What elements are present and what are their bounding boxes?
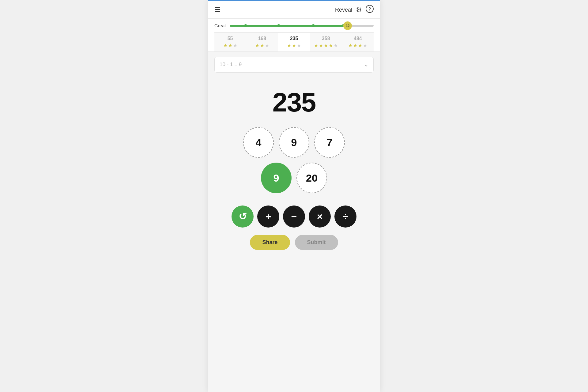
- progress-track: 12: [230, 25, 374, 27]
- number-value-9a: 9: [291, 137, 297, 149]
- header: ☰ Reveal ⚙ ?: [208, 1, 380, 19]
- star-0-2: ★: [233, 43, 237, 48]
- star-3-2: ★: [324, 43, 328, 48]
- score-tab-4[interactable]: 484 ★ ★ ★ ★: [342, 33, 374, 51]
- score-num-3: 358: [322, 36, 330, 41]
- multiply-button[interactable]: ×: [309, 205, 331, 228]
- operator-row: ↺ + − × ÷: [208, 199, 380, 232]
- divide-button[interactable]: ÷: [334, 205, 356, 228]
- progress-label: Great: [214, 23, 226, 28]
- star-3-1: ★: [319, 43, 323, 48]
- score-tab-3[interactable]: 358 ★ ★ ★ ★ ★: [310, 33, 342, 51]
- progress-star-value: 12: [346, 24, 349, 28]
- star-2-2: ★: [297, 43, 301, 48]
- number-circle-4[interactable]: 4: [243, 127, 274, 158]
- action-row: Share Submit: [208, 232, 380, 259]
- score-num-0: 55: [228, 36, 233, 41]
- number-circle-9b[interactable]: 9: [261, 163, 292, 193]
- star-0-0: ★: [223, 43, 228, 48]
- star-1-1: ★: [260, 43, 264, 48]
- stars-2: ★ ★ ★: [287, 43, 301, 48]
- progress-dot-1: [244, 24, 247, 27]
- star-0-1: ★: [228, 43, 232, 48]
- star-3-3: ★: [329, 43, 333, 48]
- stars-3: ★ ★ ★ ★ ★: [314, 43, 338, 48]
- equation-dropdown[interactable]: 10 - 1 = 9 ⌄: [214, 57, 374, 73]
- grid-row-1: 4 9 7: [243, 127, 345, 158]
- star-3-4: ★: [334, 43, 338, 48]
- number-value-4: 4: [256, 137, 262, 149]
- progress-row: Great 12: [214, 23, 374, 28]
- score-tabs: 55 ★ ★ ★ 168 ★ ★ ★ 235 ★: [214, 32, 374, 51]
- hamburger-icon[interactable]: ☰: [214, 6, 221, 14]
- score-num-4: 484: [354, 36, 362, 41]
- progress-fill: [230, 25, 348, 27]
- target-section: 235: [208, 77, 380, 124]
- star-4-1: ★: [353, 43, 357, 48]
- undo-button[interactable]: ↺: [232, 205, 254, 228]
- progress-dot-3: [312, 24, 315, 27]
- number-value-9b: 9: [273, 172, 279, 184]
- star-4-0: ★: [348, 43, 352, 48]
- grid-row-2: 9 20: [261, 163, 327, 193]
- progress-star-marker: 12: [343, 21, 352, 30]
- app-container: ☰ Reveal ⚙ ? Great: [208, 0, 380, 392]
- add-icon: +: [266, 211, 271, 222]
- score-tab-1[interactable]: 168 ★ ★ ★: [246, 33, 278, 51]
- share-button[interactable]: Share: [250, 235, 290, 250]
- stars-0: ★ ★ ★: [223, 43, 237, 48]
- number-value-20: 20: [306, 172, 318, 184]
- progress-dot-2: [277, 24, 280, 27]
- number-value-7: 7: [327, 137, 333, 149]
- submit-button[interactable]: Submit: [295, 235, 338, 250]
- equation-text: 10 - 1 = 9: [220, 62, 242, 68]
- multiply-icon: ×: [317, 211, 323, 222]
- progress-section: Great 12 55 ★ ★ ★: [208, 19, 380, 52]
- number-grid: 4 9 7 9 20: [208, 124, 380, 199]
- star-1-0: ★: [255, 43, 259, 48]
- star-2-0: ★: [287, 43, 291, 48]
- chevron-down-icon: ⌄: [364, 61, 368, 68]
- reveal-label: Reveal: [335, 7, 352, 13]
- stars-1: ★ ★ ★: [255, 43, 269, 48]
- star-2-1: ★: [292, 43, 296, 48]
- add-button[interactable]: +: [257, 205, 279, 228]
- gear-icon[interactable]: ⚙: [356, 6, 362, 14]
- header-right: Reveal ⚙ ?: [335, 5, 374, 15]
- divide-icon: ÷: [343, 211, 348, 222]
- star-3-0: ★: [314, 43, 318, 48]
- svg-text:?: ?: [368, 6, 371, 11]
- stars-4: ★ ★ ★ ★: [348, 43, 367, 48]
- star-4-3: ★: [363, 43, 367, 48]
- score-num-2: 235: [290, 36, 298, 41]
- target-number: 235: [273, 87, 316, 118]
- subtract-button[interactable]: −: [283, 205, 305, 228]
- score-tab-2[interactable]: 235 ★ ★ ★: [278, 33, 310, 51]
- score-tab-0[interactable]: 55 ★ ★ ★: [214, 33, 246, 51]
- equation-section: 10 - 1 = 9 ⌄: [208, 52, 380, 77]
- help-icon[interactable]: ?: [366, 5, 374, 15]
- star-4-2: ★: [358, 43, 362, 48]
- score-num-1: 168: [258, 36, 266, 41]
- number-circle-20[interactable]: 20: [296, 163, 327, 193]
- number-circle-7[interactable]: 7: [314, 127, 345, 158]
- subtract-icon: −: [291, 211, 297, 222]
- number-circle-9a[interactable]: 9: [279, 127, 309, 158]
- star-1-2: ★: [265, 43, 269, 48]
- undo-icon: ↺: [239, 211, 247, 222]
